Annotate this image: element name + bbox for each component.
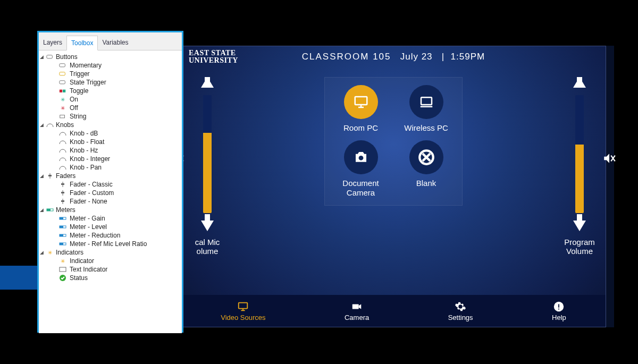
- svg-rect-2: [60, 72, 65, 75]
- fader-icon: [59, 198, 66, 205]
- panel-body: cal Mic olume Program Volume Room PC: [181, 67, 606, 296]
- expand-icon: ◢: [40, 173, 44, 179]
- volume-bar[interactable]: [203, 95, 212, 213]
- item-status[interactable]: Status: [45, 274, 181, 282]
- item-knob-pan[interactable]: Knob - Pan: [45, 163, 181, 172]
- volume-fill: [575, 145, 584, 213]
- item-knob-float[interactable]: Knob - Float: [45, 138, 181, 146]
- fader-icon: [59, 181, 66, 188]
- room-label: CLASSROOM 105: [302, 52, 391, 62]
- source-blank[interactable]: Blank: [396, 140, 457, 198]
- tab-layers[interactable]: Layers: [39, 36, 66, 50]
- meter-icon: [46, 207, 54, 213]
- nav-settings[interactable]: Settings: [448, 301, 473, 321]
- svg-rect-5: [63, 89, 65, 92]
- group-faders[interactable]: ◢ Faders: [40, 172, 181, 180]
- tab-variables[interactable]: Variables: [98, 36, 132, 50]
- svg-rect-31: [355, 97, 367, 105]
- header-info: CLASSROOM 105 July 23 | 1:59PM: [302, 52, 485, 62]
- source-grid: Room PC Wireless PC Document Camera Blan…: [324, 77, 463, 206]
- meter-icon: [59, 241, 66, 247]
- program-volume: Program Volume: [556, 73, 603, 256]
- item-string[interactable]: String: [45, 112, 181, 121]
- button-icon: [59, 71, 66, 77]
- source-label: Wireless PC: [404, 123, 448, 133]
- knob-icon: [59, 164, 66, 171]
- nav-label: Video Sources: [221, 314, 265, 321]
- item-meter-gain[interactable]: Meter - Gain: [45, 214, 181, 223]
- item-meter-level[interactable]: Meter - Level: [45, 223, 181, 231]
- item-momentary[interactable]: Momentary: [45, 61, 181, 70]
- item-trigger[interactable]: Trigger: [45, 70, 181, 78]
- university-logo: EAST STATE UNIVERSITY: [189, 49, 238, 64]
- knob-icon: [59, 156, 66, 162]
- svg-rect-6: [60, 115, 65, 117]
- item-knob-hz[interactable]: Knob - Hz: [45, 146, 181, 155]
- nav-camera[interactable]: Camera: [345, 301, 369, 321]
- group-meters[interactable]: ◢ Meters: [40, 206, 181, 214]
- local-mic-volume: cal Mic olume: [183, 73, 231, 256]
- volume-down-button[interactable]: [573, 221, 586, 231]
- group-indicators[interactable]: ◢ ✳ Indicators: [40, 248, 181, 257]
- indicator-icon: ✳: [46, 249, 54, 256]
- source-label: Room PC: [343, 123, 378, 133]
- expand-icon: ◢: [40, 122, 44, 128]
- button-icon: [46, 54, 54, 60]
- item-meter-ref[interactable]: Meter - Ref Mic Level Ratio: [45, 240, 181, 248]
- item-knob-db[interactable]: Knob - dB: [45, 129, 181, 138]
- string-icon: [59, 113, 66, 120]
- nav-video-sources[interactable]: Video Sources: [221, 301, 265, 321]
- source-document-camera[interactable]: Document Camera: [330, 140, 391, 198]
- nav-help[interactable]: Help: [552, 301, 566, 321]
- item-fader-classic[interactable]: Fader - Classic: [45, 180, 181, 189]
- item-state-trigger[interactable]: State Trigger: [45, 78, 181, 87]
- svg-rect-40: [239, 302, 248, 308]
- item-fader-custom[interactable]: Fader - Custom: [45, 189, 181, 197]
- item-on[interactable]: ✳On: [45, 95, 181, 104]
- source-wireless-pc[interactable]: Wireless PC: [396, 85, 457, 133]
- svg-rect-0: [47, 55, 53, 58]
- svg-rect-4: [60, 89, 62, 92]
- svg-rect-1: [60, 64, 65, 67]
- item-toggle[interactable]: Toggle: [45, 87, 181, 95]
- mute-icon[interactable]: [602, 151, 616, 168]
- item-knob-integer[interactable]: Knob - Integer: [45, 155, 181, 163]
- group-buttons[interactable]: ◢ Buttons: [40, 53, 181, 61]
- volume-down-button[interactable]: [201, 221, 214, 231]
- group-label: Buttons: [56, 53, 78, 61]
- bottom-nav: Video Sources Camera Settings Help: [181, 295, 606, 327]
- svg-rect-16: [47, 209, 51, 211]
- meter-icon: [59, 232, 66, 239]
- group-label: Knobs: [56, 121, 74, 129]
- status-icon: [59, 275, 66, 281]
- svg-rect-45: [558, 304, 559, 307]
- svg-point-36: [358, 156, 363, 160]
- meter-icon: [59, 224, 66, 230]
- svg-rect-12: [61, 192, 64, 193]
- off-icon: ✳: [59, 105, 66, 111]
- knob-icon: [46, 122, 54, 128]
- svg-rect-25: [60, 267, 66, 272]
- control-panel: EAST STATE UNIVERSITY CLASSROOM 105 July…: [181, 46, 606, 327]
- item-off[interactable]: ✳Off: [45, 104, 181, 112]
- svg-rect-20: [60, 226, 63, 228]
- group-label: Indicators: [56, 249, 83, 256]
- item-indicator[interactable]: ✳Indicator: [45, 257, 181, 265]
- volume-up-button[interactable]: [201, 77, 214, 88]
- volume-up-button[interactable]: [573, 77, 586, 88]
- source-label: Document Camera: [330, 179, 391, 198]
- item-text-indicator[interactable]: Text Indicator: [45, 265, 181, 274]
- volume-label: Program Volume: [564, 238, 595, 256]
- panel-header: EAST STATE UNIVERSITY CLASSROOM 105 July…: [181, 46, 606, 67]
- item-fader-none[interactable]: Fader - None: [45, 197, 181, 206]
- fader-icon: [46, 173, 54, 179]
- svg-rect-18: [60, 217, 63, 219]
- expand-icon: ◢: [40, 54, 44, 60]
- knob-icon: [59, 130, 66, 137]
- item-meter-reduction[interactable]: Meter - Reduction: [45, 231, 181, 240]
- group-knobs[interactable]: ◢ Knobs: [40, 121, 181, 129]
- svg-rect-8: [48, 175, 52, 176]
- volume-bar[interactable]: [575, 95, 584, 213]
- source-room-pc[interactable]: Room PC: [330, 85, 391, 133]
- tab-toolbox[interactable]: Toolbox: [66, 36, 98, 50]
